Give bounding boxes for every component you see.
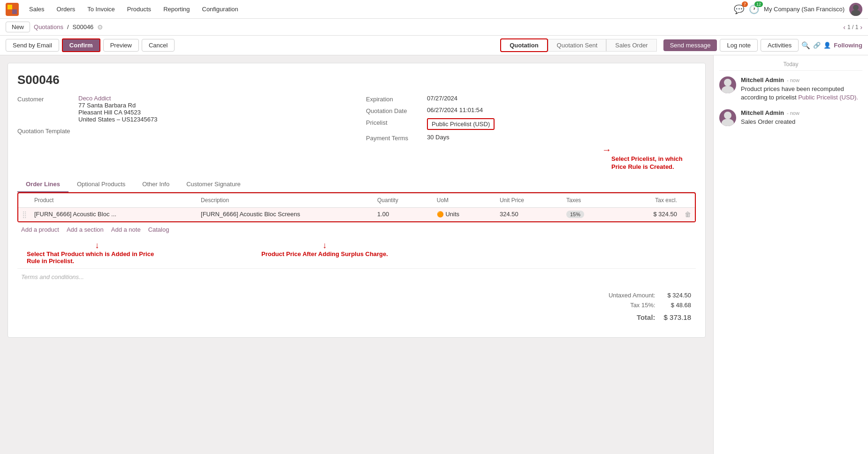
tab-other-info[interactable]: Other Info xyxy=(134,177,178,192)
nav-products[interactable]: Products xyxy=(125,6,153,13)
user-icon[interactable]: 👤 xyxy=(823,42,831,49)
table-row: ⣿ [FURN_6666] Acoustic Bloc ... [FURN_66… xyxy=(18,207,695,221)
price-annotation: ↓ Product Price After Adding Surplus Cha… xyxy=(261,241,388,265)
payment-terms-value[interactable]: 30 Days xyxy=(427,134,696,141)
form-fields: Customer Deco Addict 77 Santa Barbara Rd… xyxy=(17,95,696,145)
svg-point-7 xyxy=(722,86,734,93)
preview-button[interactable]: Preview xyxy=(103,39,139,52)
message-content-2: Mitchell Admin - now Sales Order created xyxy=(741,109,862,126)
customer-address1: 77 Santa Barbara Rd xyxy=(78,102,136,109)
following-button[interactable]: Following xyxy=(834,42,862,49)
app-logo xyxy=(6,3,19,16)
send-by-email-button[interactable]: Send by Email xyxy=(6,39,59,52)
summary-table: Untaxed Amount: $ 324.50 Tax 15%: $ 48.6… xyxy=(608,291,692,324)
col-quantity: Quantity xyxy=(373,193,433,208)
total-label: Total: xyxy=(609,311,663,323)
quotation-template-label: Quotation Template xyxy=(17,127,78,135)
tax-excl-cell: $ 324.50 xyxy=(616,207,681,221)
svg-point-5 xyxy=(851,10,860,16)
pricelist-field: Pricelist Public Pricelist (USD) xyxy=(366,118,696,130)
prev-page[interactable]: ‹ xyxy=(843,23,845,31)
tabs: Order Lines Optional Products Other Info… xyxy=(17,177,696,192)
pricelist-value[interactable]: Public Pricelist (USD) xyxy=(427,118,495,130)
expiration-value[interactable]: 07/27/2024 xyxy=(427,95,696,102)
unit-price-cell[interactable]: 324.50 xyxy=(496,207,563,221)
payment-terms-label: Payment Terms xyxy=(366,134,427,142)
product-annotation-text: Select That Product which is Added in Pr… xyxy=(27,250,168,265)
cancel-button[interactable]: Cancel xyxy=(142,39,175,52)
col-description: Description xyxy=(197,193,373,208)
activities-button[interactable]: Activities xyxy=(761,39,799,52)
pagination: ‹ 1 / 1 › xyxy=(843,23,862,31)
breadcrumb-quotations[interactable]: Quotations xyxy=(34,23,63,30)
status-quotation-sent[interactable]: Quotation Sent xyxy=(548,39,607,52)
svg-rect-1 xyxy=(12,5,17,9)
link-icon[interactable]: 🔗 xyxy=(813,42,821,49)
main-layout: S00046 Customer Deco Addict 77 Santa Bar… xyxy=(0,55,868,454)
add-product-link[interactable]: Add a product xyxy=(21,226,59,233)
chat-badge: 7 xyxy=(742,1,748,7)
terms-area[interactable]: Terms and conditions... xyxy=(17,268,696,287)
msg-author-2: Mitchell Admin xyxy=(741,109,784,116)
nav-configuration[interactable]: Configuration xyxy=(200,6,240,13)
delete-row-icon[interactable]: 🗑 xyxy=(685,211,691,218)
quotation-date-label: Quotation Date xyxy=(366,106,427,114)
nav-sales[interactable]: Sales xyxy=(27,6,46,13)
next-page[interactable]: › xyxy=(860,23,862,31)
breadcrumb-bar: New Quotations / S00046 ⚙ ‹ 1 / 1 › xyxy=(0,19,868,36)
uom-cell[interactable]: 🟠 Units xyxy=(433,207,496,221)
chatter-date: Today xyxy=(719,61,862,71)
quantity-cell[interactable]: 1.00 xyxy=(373,207,433,221)
new-button[interactable]: New xyxy=(6,22,30,32)
tax-badge[interactable]: 15% xyxy=(566,211,584,218)
drag-handle-icon[interactable]: ⣿ xyxy=(22,211,27,218)
activity-notification[interactable]: 🕐 12 xyxy=(749,4,759,15)
record-id: S00046 xyxy=(73,23,94,30)
tab-optional-products[interactable]: Optional Products xyxy=(69,177,134,192)
search-icon[interactable]: 🔍 xyxy=(801,41,810,50)
add-section-link[interactable]: Add a section xyxy=(67,226,104,233)
description-cell[interactable]: [FURN_6666] Acoustic Bloc Screens xyxy=(197,207,373,221)
msg-link-1[interactable]: Public Pricelist (USD). xyxy=(798,94,858,101)
status-sales-order[interactable]: Sales Order xyxy=(606,39,656,52)
msg-time-1: - now xyxy=(787,77,799,83)
activity-badge: 12 xyxy=(754,1,763,7)
tab-customer-signature[interactable]: Customer Signature xyxy=(178,177,249,192)
message-content-1: Mitchell Admin - now Product prices have… xyxy=(741,76,862,102)
log-note-button[interactable]: Log note xyxy=(720,39,758,52)
customer-address2: Pleasant Hill CA 94523 xyxy=(78,109,141,116)
col-tax-excl: Tax excl. xyxy=(616,193,681,208)
tax-label: Tax 15%: xyxy=(609,302,663,310)
taxes-cell[interactable]: 15% xyxy=(563,207,616,221)
msg-text-1: Product prices have been recomputed acco… xyxy=(741,85,862,102)
quotation-date-value[interactable]: 06/27/2024 11:01:54 xyxy=(427,106,696,114)
nav-reporting[interactable]: Reporting xyxy=(161,6,191,13)
status-quotation[interactable]: Quotation xyxy=(500,38,548,52)
customer-name-link[interactable]: Deco Addict xyxy=(78,95,111,102)
col-unit-price: Unit Price xyxy=(496,193,563,208)
order-table: Product Description Quantity UoM Unit Pr… xyxy=(18,193,695,221)
product-cell[interactable]: [FURN_6666] Acoustic Bloc ... xyxy=(30,207,197,221)
quotation-date-field: Quotation Date 06/27/2024 11:01:54 xyxy=(366,106,696,114)
tab-order-lines[interactable]: Order Lines xyxy=(17,177,69,192)
msg-header-2: Mitchell Admin - now xyxy=(741,109,862,116)
svg-rect-2 xyxy=(8,9,12,14)
avatar-2 xyxy=(719,109,736,126)
catalog-link[interactable]: Catalog xyxy=(148,226,169,233)
send-message-button[interactable]: Send message xyxy=(663,39,717,51)
user-avatar[interactable] xyxy=(849,3,862,16)
confirm-button[interactable]: Confirm xyxy=(62,38,100,52)
add-links: Add a product Add a section Add a note C… xyxy=(17,222,696,237)
quotation-template-field: Quotation Template xyxy=(17,127,347,135)
col-uom: UoM xyxy=(433,193,496,208)
msg-text-2: Sales Order created xyxy=(741,118,862,126)
nav-orders[interactable]: Orders xyxy=(55,6,77,13)
summary-area: Untaxed Amount: $ 324.50 Tax 15%: $ 48.6… xyxy=(17,287,696,328)
nav-to-invoice[interactable]: To Invoice xyxy=(85,6,117,13)
form-title: S00046 xyxy=(17,73,696,87)
gear-icon[interactable]: ⚙ xyxy=(97,23,103,31)
chat-notification[interactable]: 💬 7 xyxy=(734,4,744,15)
add-note-link[interactable]: Add a note xyxy=(111,226,141,233)
tax-value: $ 48.68 xyxy=(664,302,691,310)
avatar-1 xyxy=(719,76,736,93)
